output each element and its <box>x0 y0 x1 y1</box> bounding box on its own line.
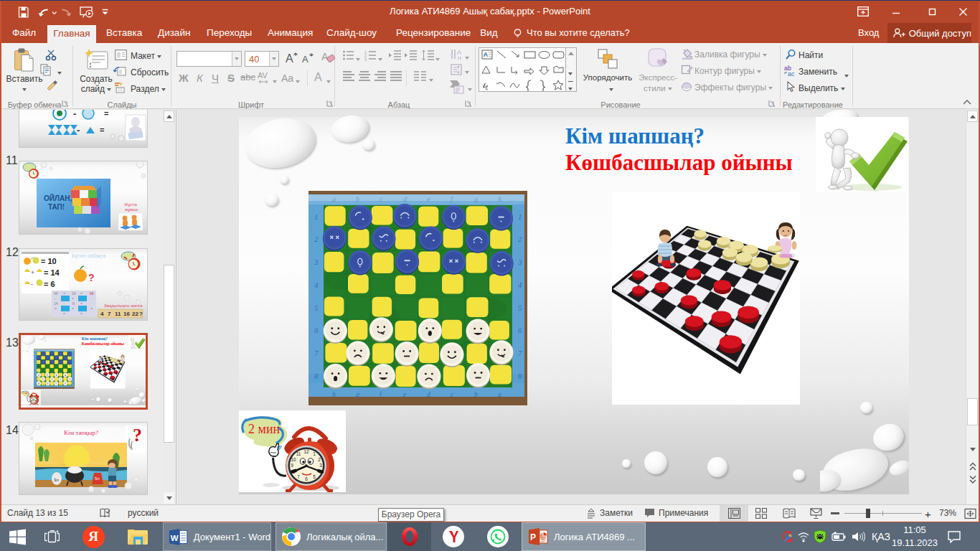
svg-text:h: h <box>38 386 39 387</box>
svg-text:ТАП!: ТАП! <box>48 203 65 211</box>
svg-text:11: 11 <box>296 451 301 456</box>
svg-text:6: 6 <box>305 476 308 481</box>
svg-text:h: h <box>332 390 336 398</box>
svg-text:-: - <box>31 281 33 288</box>
svg-text:a: a <box>69 386 70 387</box>
svg-text:=: = <box>80 301 83 306</box>
svg-text:g: g <box>65 349 65 351</box>
svg-text:6: 6 <box>72 374 73 375</box>
svg-text:+: + <box>31 269 34 276</box>
svg-text:3: 3 <box>364 57 367 62</box>
svg-text:3: 3 <box>517 258 522 266</box>
svg-text:=: = <box>55 306 57 311</box>
svg-text:?: ? <box>88 272 95 283</box>
svg-text:7: 7 <box>108 311 111 317</box>
svg-text:-: - <box>77 125 80 136</box>
svg-text:24: 24 <box>72 291 76 296</box>
svg-text:10: 10 <box>291 457 296 462</box>
svg-text:b: b <box>42 349 43 351</box>
svg-text:9: 9 <box>291 463 293 468</box>
svg-text:A: A <box>321 51 329 62</box>
svg-text:=: = <box>90 306 93 311</box>
svg-text:3: 3 <box>35 361 36 362</box>
svg-text:1: 1 <box>314 212 319 221</box>
svg-text:=: = <box>72 306 74 311</box>
svg-text:=: = <box>104 110 108 118</box>
svg-text:3: 3 <box>319 463 322 468</box>
svg-text:c: c <box>451 390 454 398</box>
svg-text:g: g <box>474 195 478 203</box>
svg-text:7: 7 <box>314 349 319 357</box>
svg-text:A: A <box>286 52 293 64</box>
svg-text:=: = <box>63 311 65 316</box>
svg-text:14: 14 <box>54 301 58 306</box>
svg-text:Бүгінгі сабақта: Бүгінгі сабақта <box>72 253 105 259</box>
svg-text:e: e <box>427 195 430 203</box>
svg-text:A: A <box>484 51 489 58</box>
svg-text:4: 4 <box>518 281 522 289</box>
svg-text:4: 4 <box>100 311 104 317</box>
svg-text:22: 22 <box>132 311 138 317</box>
svg-text:44: 44 <box>54 291 58 296</box>
svg-text:?: ? <box>133 425 142 446</box>
svg-text:5: 5 <box>72 369 73 371</box>
svg-text:1: 1 <box>518 212 522 221</box>
svg-text:2 мин: 2 мин <box>248 422 281 436</box>
svg-text:16: 16 <box>123 311 130 317</box>
svg-text:A: A <box>457 49 461 56</box>
svg-text:жұмыс: жұмыс <box>125 207 138 212</box>
svg-text:h: h <box>498 195 501 203</box>
svg-text:68: 68 <box>90 291 94 296</box>
svg-text:Жұпта: Жұпта <box>124 202 137 207</box>
svg-text:ОЙЛАН,: ОЙЛАН, <box>44 194 72 202</box>
svg-text:-: - <box>73 110 76 119</box>
svg-text:4: 4 <box>72 365 73 367</box>
svg-text:d: d <box>56 386 57 387</box>
svg-text:?: ? <box>139 311 143 317</box>
svg-text:7: 7 <box>297 474 300 479</box>
svg-text:= 14: = 14 <box>44 268 60 277</box>
svg-text:3: 3 <box>72 361 73 362</box>
svg-text:=: = <box>80 311 83 316</box>
svg-text:7: 7 <box>518 349 522 357</box>
svg-text:2: 2 <box>518 235 522 243</box>
svg-text:2: 2 <box>314 235 319 243</box>
svg-text:6: 6 <box>518 326 522 334</box>
svg-text:=: = <box>100 126 104 134</box>
svg-text:d: d <box>52 349 52 351</box>
svg-text:h: h <box>69 349 70 351</box>
svg-text:5л: 5л <box>95 476 100 481</box>
svg-text:b: b <box>474 390 478 398</box>
svg-text:= 10: = 10 <box>41 257 57 265</box>
svg-text:3: 3 <box>314 258 319 266</box>
svg-text:g: g <box>356 390 359 398</box>
svg-text:8: 8 <box>518 372 522 380</box>
svg-text:=: = <box>63 291 65 296</box>
svg-text:11: 11 <box>115 311 121 317</box>
svg-text:2: 2 <box>318 457 321 462</box>
svg-text:8: 8 <box>72 301 75 306</box>
svg-text:1: 1 <box>313 451 316 456</box>
svg-text:b: b <box>356 195 359 203</box>
svg-text:ac: ac <box>788 70 795 77</box>
svg-text:a: a <box>332 195 336 203</box>
svg-text:Кім тапқыр?: Кім тапқыр? <box>64 429 98 436</box>
svg-text:5: 5 <box>518 303 522 312</box>
svg-text:AV: AV <box>258 71 268 80</box>
svg-text:=: = <box>80 291 83 296</box>
svg-text:5: 5 <box>313 474 316 479</box>
svg-text:8: 8 <box>72 382 73 384</box>
svg-text:e: e <box>403 390 407 398</box>
svg-text:12: 12 <box>303 449 309 454</box>
svg-text:6: 6 <box>314 326 319 334</box>
svg-text:a: a <box>498 390 501 398</box>
svg-text:= 6: = 6 <box>44 280 55 288</box>
svg-text:2: 2 <box>35 357 36 358</box>
svg-text:2 мин: 2 мин <box>22 392 28 395</box>
svg-text:c: c <box>380 195 383 203</box>
svg-text:A: A <box>302 54 308 64</box>
svg-text:3л: 3л <box>54 478 59 482</box>
svg-text:1: 1 <box>35 353 36 354</box>
svg-text:1: 1 <box>72 353 73 354</box>
svg-text:=: = <box>72 296 74 301</box>
